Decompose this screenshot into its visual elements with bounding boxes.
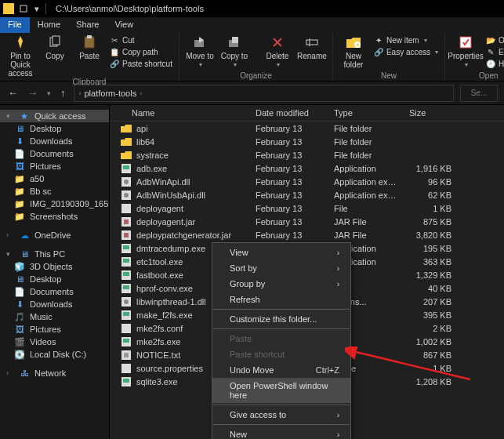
col-size[interactable]: Size	[403, 105, 458, 121]
sidebar-item[interactable]: 🖼Pictures	[0, 323, 109, 336]
ctx-group-by[interactable]: Group by›	[212, 276, 350, 292]
forward-button[interactable]: →	[26, 87, 39, 99]
window-title: C:\Users\anmol\Desktop\platform-tools	[56, 4, 204, 13]
easy-access-button[interactable]: 🔗Easy access▾	[372, 46, 440, 57]
copy-path-button[interactable]: 📋Copy path	[108, 46, 174, 57]
folder-icon: 🧊	[14, 262, 25, 271]
sidebar-item[interactable]: ⬇Downloads	[0, 135, 109, 147]
file-row[interactable]: lib64February 13File folder	[110, 135, 504, 148]
history-button[interactable]: 🕘History	[484, 58, 504, 69]
file-icon	[121, 257, 132, 267]
sidebar-item[interactable]: 📁Bb sc	[0, 185, 109, 198]
svg-rect-23	[123, 245, 129, 249]
recent-dropdown-icon[interactable]: ▾	[45, 89, 53, 97]
sidebar-item[interactable]: 📄Documents	[0, 285, 109, 298]
file-icon	[121, 337, 132, 346]
sidebar-item[interactable]: 📁Screenshots	[0, 210, 109, 223]
sidebar-item[interactable]: ⬇Downloads	[0, 298, 109, 310]
sidebar-quick-access[interactable]: ▾★Quick access	[0, 110, 109, 122]
sidebar-item[interactable]: 🖥Desktop	[0, 273, 109, 285]
ctx-open-powershell[interactable]: Open PowerShell window here	[212, 378, 350, 403]
ctx-view[interactable]: View›	[212, 245, 350, 260]
ctx-refresh[interactable]: Refresh	[212, 292, 350, 307]
qat-dropdown-icon[interactable]: ▾	[32, 5, 41, 13]
sidebar-item[interactable]: 🧊3D Objects	[0, 260, 109, 273]
col-name[interactable]: Name	[110, 105, 249, 121]
svg-rect-25	[123, 259, 129, 263]
sidebar-this-pc[interactable]: ▾🖥This PC	[0, 248, 109, 260]
copy-icon	[47, 34, 63, 50]
ctx-new[interactable]: New›	[212, 426, 350, 439]
ctx-customize[interactable]: Customize this folder...	[212, 311, 350, 327]
back-button[interactable]: ←	[6, 87, 20, 99]
ctx-give-access[interactable]: Give access to›	[212, 407, 350, 423]
navigation-pane: ▾★Quick access 🖥Desktop⬇Downloads📄Docume…	[0, 105, 110, 439]
file-list-pane[interactable]: Name Date modified Type Size apiFebruary…	[110, 105, 504, 439]
sidebar-item[interactable]: 🎵Music	[0, 310, 109, 323]
search-input[interactable]: Se...	[460, 85, 498, 102]
new-folder-button[interactable]: ✦ New folder	[338, 34, 369, 69]
new-item-button[interactable]: ✦New item▾	[372, 34, 440, 45]
file-icon	[121, 151, 132, 160]
breadcrumb-item[interactable]: platform-tools	[85, 89, 137, 98]
move-to-button[interactable]: Move to▾	[184, 34, 216, 69]
paste-button[interactable]: Paste	[74, 34, 105, 60]
ctx-sort-by[interactable]: Sort by›	[212, 260, 350, 276]
file-date: February 13	[249, 164, 328, 173]
tab-view[interactable]: View	[107, 17, 141, 33]
file-menu[interactable]: File	[0, 17, 30, 33]
pin-quick-access-button[interactable]: Pin to Quick access	[5, 34, 36, 78]
file-icon	[121, 137, 132, 147]
file-row[interactable]: deployagentFebruary 13File1 KB	[110, 201, 504, 215]
sidebar-item[interactable]: 📁IMG_20190309_165	[0, 198, 109, 210]
cut-button[interactable]: ✂Cut	[108, 34, 174, 45]
ctx-undo-move[interactable]: Undo MoveCtrl+Z	[212, 362, 350, 378]
file-name: systrace	[136, 151, 169, 160]
file-row[interactable]: adb.exeFebruary 13Application1,916 KB	[110, 161, 504, 175]
file-row[interactable]: apiFebruary 13File folder	[110, 122, 504, 135]
folder-icon: 📁	[14, 199, 25, 209]
file-name: etc1tool.exe	[136, 257, 183, 267]
file-name: api	[136, 124, 148, 133]
file-icon	[121, 177, 132, 187]
file-row[interactable]: AdbWinApi.dllFebruary 13Application exte…	[110, 175, 504, 188]
address-bar[interactable]: › platform-tools ›	[74, 85, 455, 102]
file-size: 3,820 KB	[403, 230, 458, 240]
col-date[interactable]: Date modified	[249, 105, 328, 121]
sidebar-network[interactable]: ›🖧Network	[0, 367, 109, 379]
col-type[interactable]: Type	[328, 105, 403, 121]
file-type: File folder	[328, 151, 403, 160]
properties-button[interactable]: Properties▾	[450, 34, 481, 69]
file-date: February 13	[249, 190, 328, 200]
paste-shortcut-button[interactable]: 🔗Paste shortcut	[108, 58, 174, 69]
sidebar-item[interactable]: 💽Local Disk (C:)	[0, 348, 109, 361]
edit-button[interactable]: ✎Edit	[484, 46, 504, 57]
new-item-icon: ✦	[374, 35, 383, 45]
up-button[interactable]: ↑	[59, 87, 67, 99]
history-icon: 🕘	[486, 59, 495, 68]
file-row[interactable]: deploypatchgenerator.jarFebruary 13JAR F…	[110, 228, 504, 241]
qat-button[interactable]	[19, 5, 27, 13]
copy-to-button[interactable]: Copy to▾	[219, 34, 250, 69]
tab-share[interactable]: Share	[68, 17, 107, 33]
file-date: February 13	[249, 217, 328, 227]
tab-home[interactable]: Home	[30, 17, 68, 33]
file-row[interactable]: AdbWinUsbApi.dllFebruary 13Application e…	[110, 188, 504, 201]
sidebar-item[interactable]: 🎬Videos	[0, 336, 109, 348]
file-type: File	[328, 204, 403, 213]
open-button[interactable]: 📂Open▾	[484, 34, 504, 45]
sidebar-item[interactable]: 🖥Desktop	[0, 122, 109, 135]
file-name: deploypatchgenerator.jar	[136, 230, 231, 240]
group-organize-label: Organize	[184, 71, 328, 81]
group-new-label: New	[338, 71, 440, 81]
rename-button[interactable]: Rename	[296, 34, 328, 60]
copy-button[interactable]: Copy	[39, 34, 71, 60]
file-size: 363 KB	[403, 257, 458, 267]
sidebar-onedrive[interactable]: ›☁OneDrive	[0, 229, 109, 241]
delete-button[interactable]: Delete▾	[262, 34, 293, 69]
file-row[interactable]: deployagent.jarFebruary 13JAR File875 KB	[110, 215, 504, 228]
sidebar-item[interactable]: 🖼Pictures	[0, 160, 109, 172]
file-row[interactable]: systraceFebruary 13File folder	[110, 148, 504, 161]
sidebar-item[interactable]: 📄Documents	[0, 147, 109, 160]
sidebar-item[interactable]: 📁a50	[0, 172, 109, 185]
